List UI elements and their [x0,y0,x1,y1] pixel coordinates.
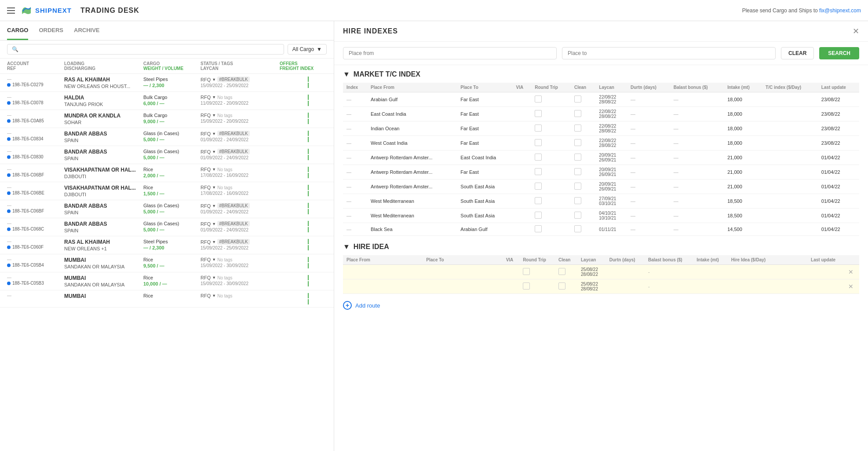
offers-cell [280,113,334,124]
close-button[interactable]: ✕ [853,26,859,36]
loading-cell: BANDAR ABBAS SPAIN [64,149,143,161]
laycan-date: 15/09/2022 - 20/09/2022 [201,119,280,124]
ref-dash: — [7,77,64,81]
chevron-down-icon: ▼ [317,46,322,52]
hi-round-trip-checkbox[interactable] [523,268,530,275]
round-trip-checkbox[interactable] [535,183,542,190]
clean-checkbox[interactable] [574,168,581,175]
cargo-weight: 5,000 / — [143,227,201,232]
clean-checkbox[interactable] [574,139,581,146]
hi-hire-idea-input[interactable] [731,284,804,289]
tc-intake: 18,000 [724,92,762,107]
hire-search-button[interactable]: SEARCH [819,47,859,59]
clean-checkbox[interactable] [574,125,581,132]
laycan-date: 15/09/2022 - 30/09/2022 [201,281,280,286]
ref-cell: — 188-7E6-C060F [7,239,64,249]
clean-checkbox[interactable] [574,154,581,161]
th-hi-via: VIA [503,255,519,265]
hi-place-from[interactable] [343,279,423,294]
market-tc-row: — West Mediterranean South East Asia 27/… [343,194,859,209]
hamburger-menu[interactable] [7,7,15,14]
round-trip-checkbox[interactable] [535,197,542,204]
tc-clean [571,150,595,165]
clean-checkbox[interactable] [574,95,581,103]
round-trip-checkbox[interactable] [535,168,542,175]
loading-port: BANDAR ABBAS [64,221,143,227]
rfq-label: RFQ [201,95,211,100]
chevron-icon: ▼ [212,113,216,117]
round-trip-checkbox[interactable] [535,125,542,132]
market-tc-section-title[interactable]: ▼ MARKET T/C INDEX [343,70,859,78]
tc-via [513,150,532,165]
market-tc-row: — Indian Ocean Far East 22/08/2228/08/22… [343,121,859,136]
cargo-cell: Rice 2,000 / — [143,167,201,178]
hire-idea-section-title[interactable]: ▼ HIRE IDEA [343,243,859,251]
clear-button[interactable]: CLEAR [781,47,814,59]
freight-bar [308,299,309,304]
hi-place-to-input[interactable] [426,269,499,275]
tc-intake: 21,000 [724,180,762,194]
hi-place-from-input[interactable] [346,284,419,289]
tc-via [513,194,532,209]
offers-cell [280,149,334,160]
search-input[interactable] [21,46,279,52]
ref-cell: — 188-7E6-C05B4 [7,257,64,268]
hi-hire-idea-input[interactable] [731,269,804,275]
tc-via [513,107,532,121]
ref-number: 188-7E6-C060F [12,245,44,249]
hi-hire-idea[interactable] [728,279,807,294]
hi-clean-checkbox[interactable] [558,282,565,290]
status-cell: RFQ ▼ #BREAKBULK 01/09/2022 - 24/09/2022 [201,203,280,214]
round-trip-checkbox[interactable] [535,95,542,103]
round-trip-checkbox[interactable] [535,212,542,219]
tc-laycan: 22/08/2228/08/22 [595,136,627,150]
round-trip-checkbox[interactable] [535,139,542,146]
clean-checkbox[interactable] [574,110,581,117]
delete-row-button[interactable]: ✕ [848,283,853,290]
delete-row-button[interactable]: ✕ [848,268,853,275]
loading-port: VISAKHAPATNAM OR HAL... [64,185,143,191]
hire-idea-section: ▼ HIRE IDEA Place From Place To VIA Roun… [343,243,859,294]
tc-place-to: Far East [457,92,512,107]
tc-round-trip [531,121,571,136]
round-trip-checkbox[interactable] [535,225,542,232]
hi-place-from[interactable] [343,265,423,279]
hi-round-trip-checkbox[interactable] [523,282,530,290]
clean-checkbox[interactable] [574,212,581,219]
tc-clean [571,121,595,136]
hi-place-to[interactable] [423,265,502,279]
tc-place-from: Black Sea [367,223,457,236]
hi-place-to-input[interactable] [426,284,499,289]
tab-archive[interactable]: ARCHIVE [74,22,100,40]
hi-place-from-input[interactable] [346,269,419,275]
clean-checkbox[interactable] [574,225,581,232]
tab-orders[interactable]: ORDERS [39,22,63,40]
add-route-button[interactable]: + Add route [343,301,859,310]
section-collapse-arrow: ▼ [343,70,350,78]
round-trip-checkbox[interactable] [535,154,542,161]
offers-bar [308,185,309,190]
support-email[interactable]: fix@shipnext.com [819,7,861,14]
clean-checkbox[interactable] [574,183,581,190]
tab-cargo[interactable]: CARGO [7,22,28,40]
hi-hire-idea[interactable] [728,265,807,279]
freight-bar [308,245,309,250]
market-tc-row: — East Coast India Far East 22/08/2228/0… [343,107,859,121]
cargo-weight: 5,000 / — [143,137,201,142]
ref-number: 188-7E6-C0830 [12,154,44,159]
hire-idea-table: Place From Place To VIA Round Trip Clean… [343,255,859,294]
hi-clean-checkbox[interactable] [558,268,565,275]
ref-cell: — 188-7E6-C05B3 [7,275,64,286]
ref-cell: — 198-7E6-C0078 [7,95,64,105]
filter-label: All Cargo [292,46,314,52]
rfq-label: RFQ [201,239,211,245]
round-trip-checkbox[interactable] [535,110,542,117]
tc-intake: 14,500 [724,223,762,236]
table-row: — 188-7E6-C0830 BANDAR ABBAS SPAIN Glass… [0,146,334,164]
place-from-input[interactable] [343,47,557,59]
hi-place-to[interactable] [423,279,502,294]
logo-text: SHIPNEXT [35,7,72,14]
clean-checkbox[interactable] [574,197,581,204]
filter-dropdown[interactable]: All Cargo ▼ [288,44,327,55]
place-to-input[interactable] [562,47,776,59]
